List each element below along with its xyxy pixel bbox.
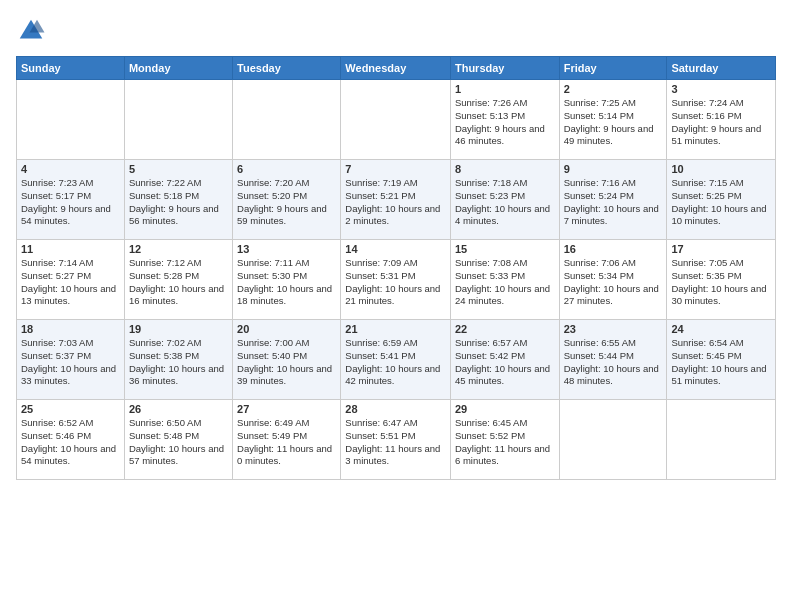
calendar-week-row: 11Sunrise: 7:14 AMSunset: 5:27 PMDayligh… (17, 240, 776, 320)
calendar-cell: 14Sunrise: 7:09 AMSunset: 5:31 PMDayligh… (341, 240, 451, 320)
calendar-cell (667, 400, 776, 480)
logo (16, 16, 50, 46)
header (16, 16, 776, 46)
day-info: Sunrise: 6:52 AMSunset: 5:46 PMDaylight:… (21, 417, 120, 468)
weekday-header-saturday: Saturday (667, 57, 776, 80)
day-info: Sunrise: 7:09 AMSunset: 5:31 PMDaylight:… (345, 257, 446, 308)
calendar-cell: 27Sunrise: 6:49 AMSunset: 5:49 PMDayligh… (233, 400, 341, 480)
day-info: Sunrise: 7:05 AMSunset: 5:35 PMDaylight:… (671, 257, 771, 308)
day-info: Sunrise: 7:08 AMSunset: 5:33 PMDaylight:… (455, 257, 555, 308)
day-info: Sunrise: 7:19 AMSunset: 5:21 PMDaylight:… (345, 177, 446, 228)
day-number: 25 (21, 403, 120, 415)
calendar-cell: 4Sunrise: 7:23 AMSunset: 5:17 PMDaylight… (17, 160, 125, 240)
calendar-cell: 15Sunrise: 7:08 AMSunset: 5:33 PMDayligh… (450, 240, 559, 320)
weekday-header-sunday: Sunday (17, 57, 125, 80)
day-info: Sunrise: 7:02 AMSunset: 5:38 PMDaylight:… (129, 337, 228, 388)
calendar-cell (341, 80, 451, 160)
day-number: 4 (21, 163, 120, 175)
day-number: 18 (21, 323, 120, 335)
calendar-cell: 24Sunrise: 6:54 AMSunset: 5:45 PMDayligh… (667, 320, 776, 400)
calendar-body: 1Sunrise: 7:26 AMSunset: 5:13 PMDaylight… (17, 80, 776, 480)
calendar-cell: 16Sunrise: 7:06 AMSunset: 5:34 PMDayligh… (559, 240, 667, 320)
day-info: Sunrise: 6:55 AMSunset: 5:44 PMDaylight:… (564, 337, 663, 388)
calendar-cell (559, 400, 667, 480)
calendar-cell (17, 80, 125, 160)
day-number: 1 (455, 83, 555, 95)
calendar-table: SundayMondayTuesdayWednesdayThursdayFrid… (16, 56, 776, 480)
calendar-cell: 22Sunrise: 6:57 AMSunset: 5:42 PMDayligh… (450, 320, 559, 400)
calendar-cell: 29Sunrise: 6:45 AMSunset: 5:52 PMDayligh… (450, 400, 559, 480)
day-info: Sunrise: 7:22 AMSunset: 5:18 PMDaylight:… (129, 177, 228, 228)
day-number: 26 (129, 403, 228, 415)
day-info: Sunrise: 7:11 AMSunset: 5:30 PMDaylight:… (237, 257, 336, 308)
day-number: 19 (129, 323, 228, 335)
day-number: 22 (455, 323, 555, 335)
calendar-cell: 8Sunrise: 7:18 AMSunset: 5:23 PMDaylight… (450, 160, 559, 240)
day-number: 24 (671, 323, 771, 335)
calendar-cell: 19Sunrise: 7:02 AMSunset: 5:38 PMDayligh… (124, 320, 232, 400)
calendar-cell: 10Sunrise: 7:15 AMSunset: 5:25 PMDayligh… (667, 160, 776, 240)
day-number: 23 (564, 323, 663, 335)
day-number: 10 (671, 163, 771, 175)
weekday-header-thursday: Thursday (450, 57, 559, 80)
calendar-cell: 23Sunrise: 6:55 AMSunset: 5:44 PMDayligh… (559, 320, 667, 400)
calendar-header: SundayMondayTuesdayWednesdayThursdayFrid… (17, 57, 776, 80)
day-number: 9 (564, 163, 663, 175)
day-number: 5 (129, 163, 228, 175)
calendar-cell: 21Sunrise: 6:59 AMSunset: 5:41 PMDayligh… (341, 320, 451, 400)
calendar-cell: 20Sunrise: 7:00 AMSunset: 5:40 PMDayligh… (233, 320, 341, 400)
day-info: Sunrise: 7:16 AMSunset: 5:24 PMDaylight:… (564, 177, 663, 228)
calendar-cell (124, 80, 232, 160)
day-number: 29 (455, 403, 555, 415)
weekday-header-wednesday: Wednesday (341, 57, 451, 80)
calendar-cell: 2Sunrise: 7:25 AMSunset: 5:14 PMDaylight… (559, 80, 667, 160)
calendar-cell: 25Sunrise: 6:52 AMSunset: 5:46 PMDayligh… (17, 400, 125, 480)
main-container: SundayMondayTuesdayWednesdayThursdayFrid… (0, 0, 792, 488)
day-number: 6 (237, 163, 336, 175)
day-number: 21 (345, 323, 446, 335)
day-info: Sunrise: 7:15 AMSunset: 5:25 PMDaylight:… (671, 177, 771, 228)
day-info: Sunrise: 6:54 AMSunset: 5:45 PMDaylight:… (671, 337, 771, 388)
calendar-cell: 11Sunrise: 7:14 AMSunset: 5:27 PMDayligh… (17, 240, 125, 320)
day-number: 11 (21, 243, 120, 255)
day-info: Sunrise: 6:49 AMSunset: 5:49 PMDaylight:… (237, 417, 336, 468)
day-info: Sunrise: 6:45 AMSunset: 5:52 PMDaylight:… (455, 417, 555, 468)
day-info: Sunrise: 7:00 AMSunset: 5:40 PMDaylight:… (237, 337, 336, 388)
calendar-cell: 9Sunrise: 7:16 AMSunset: 5:24 PMDaylight… (559, 160, 667, 240)
day-number: 28 (345, 403, 446, 415)
day-info: Sunrise: 7:25 AMSunset: 5:14 PMDaylight:… (564, 97, 663, 148)
weekday-header-monday: Monday (124, 57, 232, 80)
calendar-week-row: 18Sunrise: 7:03 AMSunset: 5:37 PMDayligh… (17, 320, 776, 400)
calendar-cell: 3Sunrise: 7:24 AMSunset: 5:16 PMDaylight… (667, 80, 776, 160)
calendar-cell: 12Sunrise: 7:12 AMSunset: 5:28 PMDayligh… (124, 240, 232, 320)
day-number: 8 (455, 163, 555, 175)
day-info: Sunrise: 7:18 AMSunset: 5:23 PMDaylight:… (455, 177, 555, 228)
day-info: Sunrise: 6:47 AMSunset: 5:51 PMDaylight:… (345, 417, 446, 468)
day-number: 14 (345, 243, 446, 255)
day-number: 12 (129, 243, 228, 255)
day-number: 17 (671, 243, 771, 255)
calendar-cell: 18Sunrise: 7:03 AMSunset: 5:37 PMDayligh… (17, 320, 125, 400)
day-info: Sunrise: 7:24 AMSunset: 5:16 PMDaylight:… (671, 97, 771, 148)
calendar-cell (233, 80, 341, 160)
day-number: 7 (345, 163, 446, 175)
day-info: Sunrise: 7:20 AMSunset: 5:20 PMDaylight:… (237, 177, 336, 228)
day-info: Sunrise: 7:23 AMSunset: 5:17 PMDaylight:… (21, 177, 120, 228)
day-number: 16 (564, 243, 663, 255)
day-info: Sunrise: 7:26 AMSunset: 5:13 PMDaylight:… (455, 97, 555, 148)
day-info: Sunrise: 7:03 AMSunset: 5:37 PMDaylight:… (21, 337, 120, 388)
day-number: 27 (237, 403, 336, 415)
calendar-cell: 28Sunrise: 6:47 AMSunset: 5:51 PMDayligh… (341, 400, 451, 480)
calendar-cell: 17Sunrise: 7:05 AMSunset: 5:35 PMDayligh… (667, 240, 776, 320)
calendar-week-row: 25Sunrise: 6:52 AMSunset: 5:46 PMDayligh… (17, 400, 776, 480)
calendar-week-row: 4Sunrise: 7:23 AMSunset: 5:17 PMDaylight… (17, 160, 776, 240)
calendar-cell: 13Sunrise: 7:11 AMSunset: 5:30 PMDayligh… (233, 240, 341, 320)
day-number: 13 (237, 243, 336, 255)
day-info: Sunrise: 6:50 AMSunset: 5:48 PMDaylight:… (129, 417, 228, 468)
day-info: Sunrise: 6:57 AMSunset: 5:42 PMDaylight:… (455, 337, 555, 388)
calendar-week-row: 1Sunrise: 7:26 AMSunset: 5:13 PMDaylight… (17, 80, 776, 160)
day-info: Sunrise: 7:12 AMSunset: 5:28 PMDaylight:… (129, 257, 228, 308)
calendar-cell: 26Sunrise: 6:50 AMSunset: 5:48 PMDayligh… (124, 400, 232, 480)
logo-icon (16, 16, 46, 46)
day-info: Sunrise: 6:59 AMSunset: 5:41 PMDaylight:… (345, 337, 446, 388)
